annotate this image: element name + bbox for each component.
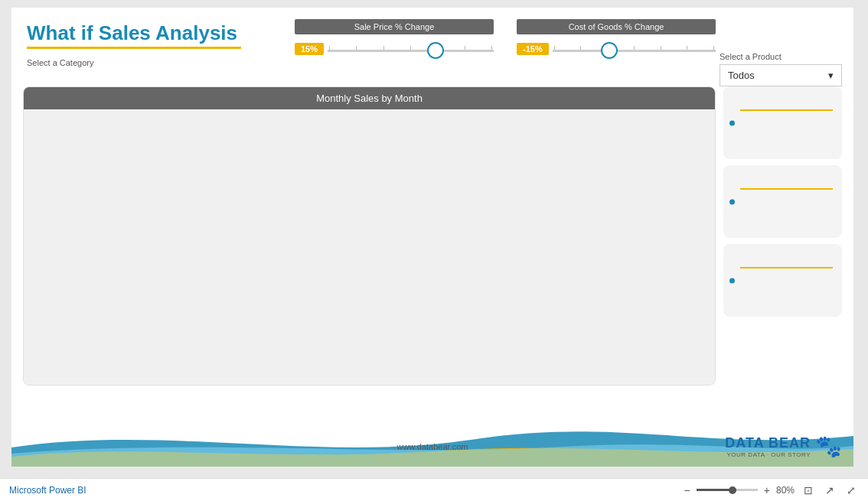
databear-brand-name: DATA BEAR (725, 435, 811, 451)
footer-url: www.databear.com (397, 442, 468, 451)
cost-goods-badge: -15% (517, 43, 549, 55)
product-selected-value: Todos (728, 70, 755, 81)
right-card-dot-3 (729, 278, 735, 283)
sliders-area: Sale Price % Change 15% (295, 19, 716, 60)
sale-price-handle[interactable] (427, 42, 444, 59)
powerbi-bar: Microsoft Power BI − + 80% ⊡ ↗ ⤢ (0, 478, 868, 501)
right-card-line-3 (740, 267, 833, 268)
right-card-3 (723, 244, 842, 317)
product-label: Select a Product (720, 52, 842, 61)
zoom-plus-button[interactable]: + (764, 484, 770, 496)
cost-goods-track[interactable] (553, 50, 716, 52)
sale-price-badge: 15% (295, 43, 324, 55)
content-area: Monthly Sales by Month (11, 79, 853, 393)
chart-body (24, 109, 715, 385)
sale-price-track-container[interactable] (328, 37, 494, 60)
databear-tagline: YOUR DATA · OUR STORY (727, 451, 811, 458)
right-card-dot-1 (729, 120, 735, 125)
zoom-minus-button[interactable]: − (684, 484, 690, 496)
footer-wave: www.databear.com DATA BEAR YOUR DATA · O… (11, 417, 853, 467)
cost-goods-slider-block: Cost of Goods % Change -15% (517, 19, 716, 60)
cost-goods-slider-label: Cost of Goods % Change (517, 19, 716, 34)
title-block: What if Sales Analysis Select a Category (27, 21, 241, 67)
right-card-2 (723, 165, 842, 238)
sale-price-track[interactable] (328, 50, 494, 52)
bear-paw-icon: 🐾 (815, 434, 842, 459)
right-card-dot-2 (729, 199, 735, 204)
cost-goods-handle[interactable] (601, 42, 618, 59)
title-underline (27, 47, 241, 49)
chart-header: Monthly Sales by Month (24, 87, 715, 109)
chart-panel: Monthly Sales by Month (23, 86, 716, 386)
expand-icon[interactable]: ⤢ (844, 483, 859, 498)
product-selector: Select a Product Todos ▾ (720, 52, 842, 86)
powerbi-controls: − + 80% ⊡ ↗ ⤢ (684, 483, 859, 498)
databear-text-block: DATA BEAR YOUR DATA · OUR STORY (725, 435, 811, 458)
header-area: What if Sales Analysis Select a Category… (11, 8, 853, 71)
sale-price-slider-block: Sale Price % Change 15% (295, 19, 494, 60)
zoom-slider[interactable] (697, 489, 758, 491)
category-label: Select a Category (27, 58, 241, 67)
zoom-level: 80% (776, 485, 795, 496)
product-dropdown[interactable]: Todos ▾ (720, 64, 842, 86)
fullscreen-icon[interactable]: ⊡ (801, 483, 816, 498)
page-title: What if Sales Analysis (27, 21, 241, 45)
cost-goods-value-row: -15% (517, 37, 716, 60)
main-container: What if Sales Analysis Select a Category… (11, 8, 853, 467)
zoom-handle[interactable] (729, 486, 736, 494)
right-panel (723, 86, 842, 386)
powerbi-link[interactable]: Microsoft Power BI (9, 485, 86, 496)
databear-logo: DATA BEAR YOUR DATA · OUR STORY 🐾 (725, 434, 842, 459)
share-icon[interactable]: ↗ (822, 483, 837, 498)
sale-price-value-row: 15% (295, 37, 494, 60)
right-card-1 (723, 86, 842, 159)
chevron-down-icon: ▾ (828, 70, 834, 81)
right-card-line-2 (740, 188, 833, 190)
cost-goods-track-container[interactable] (553, 37, 716, 60)
sale-price-slider-label: Sale Price % Change (295, 19, 494, 34)
right-card-line-1 (740, 109, 833, 111)
